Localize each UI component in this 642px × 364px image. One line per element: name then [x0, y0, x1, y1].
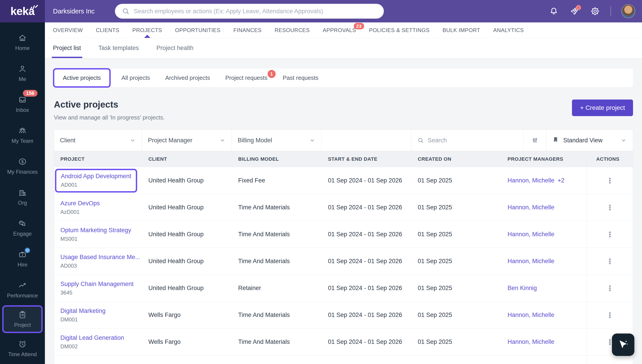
chevron-down-icon — [620, 137, 627, 144]
manager-link[interactable]: Hannon, Michelle — [508, 312, 554, 318]
sidebar-item-hire[interactable]: Hire — [0, 244, 45, 274]
manager-link[interactable]: Hannon, Michelle — [508, 258, 554, 264]
column-header-created-on: CREATED ON — [411, 156, 501, 162]
chevron-down-icon — [219, 137, 226, 144]
project-manager-filter-dropdown[interactable]: Project Manager — [142, 130, 232, 151]
nav-tab-clients[interactable]: CLIENTS — [96, 22, 119, 38]
project-link[interactable]: Android App Development — [61, 173, 131, 180]
sidebar-item-inbox[interactable]: 156Inbox — [0, 89, 45, 120]
view-tab-project-requests[interactable]: Project requests1 — [218, 74, 275, 81]
cell-created-on: 01 Sep 2025 — [411, 338, 501, 346]
column-header-client: CLIENT — [142, 156, 232, 162]
manager-link[interactable]: Hannon, Michelle — [508, 177, 554, 184]
cell-project-managers: Hannon, Michelle — [501, 258, 586, 265]
projects-table: Client Project Manager Billing Model — [54, 130, 633, 364]
row-actions-kebab-button[interactable] — [603, 282, 617, 295]
nav-tab-bulk-import[interactable]: BULK IMPORT — [443, 22, 480, 38]
project-code: 3645 — [60, 290, 142, 296]
nav-tab-overview[interactable]: OVERVIEW — [53, 22, 83, 38]
cell-project-managers: Hannon, Michelle — [501, 312, 586, 318]
sidebar-item-label: Time Attend — [8, 351, 37, 358]
row-actions-kebab-button[interactable] — [603, 174, 617, 188]
row-actions-kebab-button[interactable] — [603, 201, 617, 214]
view-tab-active-projects[interactable]: Active projects — [53, 68, 111, 88]
nav-tab-label: CLIENTS — [96, 27, 119, 34]
cell-project-managers: Hannon, Michelle — [501, 231, 586, 238]
sidebar-item-engage[interactable]: Engage — [0, 212, 45, 244]
project-link[interactable]: Azure DevOps — [60, 200, 142, 207]
approvals-count-badge: 23 — [354, 23, 364, 29]
subtab-project-health[interactable]: Project health — [156, 38, 193, 58]
client-filter-dropdown[interactable]: Client — [54, 130, 142, 151]
nav-tab-policies-settings[interactable]: POLICIES & SETTINGS — [369, 22, 430, 38]
billing-model-filter-dropdown[interactable]: Billing Model — [232, 130, 322, 151]
project-link[interactable]: Digital Lead Generation — [60, 334, 142, 341]
row-actions-kebab-button[interactable] — [603, 254, 617, 268]
org-icon — [18, 188, 27, 197]
notifications-bell-icon[interactable] — [549, 6, 559, 16]
sidebar-item-my-team[interactable]: My Team — [0, 120, 45, 150]
sidebar-item-project[interactable]: Project — [2, 305, 43, 333]
row-actions-kebab-button[interactable] — [603, 362, 617, 364]
sidebar-item-my-finances[interactable]: $My Finances — [0, 150, 45, 182]
row-actions-kebab-button[interactable] — [603, 228, 617, 241]
managers-more-link[interactable]: +2 — [558, 177, 565, 184]
manager-link[interactable]: Ben Kinnig — [508, 285, 537, 292]
nav-tab-approvals[interactable]: APPROVALS23 — [323, 22, 356, 38]
table-search[interactable] — [411, 130, 524, 151]
subtab-project-list[interactable]: Project list — [53, 38, 81, 58]
cell-project: Digital Lead GenerationDM002 — [54, 334, 142, 350]
nav-tab-resources[interactable]: RESOURCES — [275, 22, 310, 38]
nav-tab-analytics[interactable]: ANALYTICS — [493, 22, 524, 38]
cell-client: United Health Group — [142, 258, 232, 265]
project-link[interactable]: Optum Marketing Strategy — [60, 227, 142, 234]
engage-icon — [18, 219, 27, 228]
manager-link[interactable]: Hannon, Michelle — [508, 231, 554, 238]
column-header-actions: ACTIONS — [586, 151, 633, 167]
nav-tab-finances[interactable]: FINANCES — [234, 22, 262, 38]
cell-billing-model: Time And Materials — [232, 312, 322, 318]
table-search-input[interactable] — [428, 137, 518, 144]
table-header-row: PROJECTCLIENTBILLING MODELSTART & END DA… — [54, 151, 633, 167]
cell-project-managers: Hannon, Michelle — [501, 338, 586, 346]
settings-gear-icon[interactable] — [590, 6, 600, 16]
manager-link[interactable]: Hannon, Michelle — [508, 204, 554, 211]
user-avatar[interactable] — [621, 4, 635, 18]
view-tab-past-requests[interactable]: Past requests — [275, 74, 326, 81]
sidebar-item-home[interactable]: Home — [0, 27, 45, 58]
row-actions-kebab-button[interactable] — [603, 308, 617, 322]
cell-start-end-date: 01 Sep 2024 - 01 Sep 2026 — [322, 258, 411, 265]
view-tab-all-projects[interactable]: All projects — [114, 74, 158, 81]
global-search[interactable] — [115, 4, 384, 18]
project-link[interactable]: Digital Marketing — [60, 308, 142, 314]
cell-project: Supply Chain Management3645 — [54, 280, 142, 296]
cell-project: Digital MarketingDM001 — [54, 308, 142, 323]
whats-new-rocket-icon[interactable] — [569, 6, 580, 16]
table-row: Optum Marketing StrategyMS001United Heal… — [54, 221, 633, 248]
project-link[interactable]: Supply Chain Management — [60, 280, 142, 288]
nav-tab-opportunities[interactable]: OPPORTUNITIES — [175, 22, 221, 38]
notification-dot — [576, 5, 581, 10]
sidebar-item-time-attend[interactable]: Time Attend — [0, 333, 45, 364]
nav-tab-label: BULK IMPORT — [443, 27, 480, 34]
sidebar: HomeMe156InboxMy Team$My FinancesOrgEnga… — [0, 22, 45, 364]
table-row: Digital Lead GenerationDM002Wells FargoT… — [54, 328, 633, 356]
column-settings-button[interactable] — [524, 130, 546, 151]
view-tab-archived-projects[interactable]: Archived projects — [158, 74, 218, 81]
sidebar-item-me[interactable]: Me — [0, 58, 45, 89]
view-selector-dropdown[interactable]: Standard View — [546, 130, 633, 151]
gear-icon — [590, 6, 600, 16]
nav-tab-label: OPPORTUNITIES — [175, 27, 221, 34]
project-link[interactable]: Usage Based Insurance Me... — [60, 254, 142, 261]
create-project-button[interactable]: + Create project — [572, 100, 633, 116]
nav-tab-projects[interactable]: PROJECTS — [132, 22, 162, 38]
sidebar-item-performance[interactable]: Performance — [0, 274, 45, 305]
global-search-input[interactable] — [134, 8, 377, 15]
ai-assistant-button[interactable] — [612, 334, 634, 356]
cell-client: Wells Fargo — [142, 312, 232, 318]
table-body: Android App DevelopmentAD001United Healt… — [54, 167, 633, 364]
manager-link[interactable]: Hannon, Michelle — [508, 338, 554, 345]
keka-logo[interactable]: keka — [0, 0, 45, 22]
sidebar-item-org[interactable]: Org — [0, 182, 45, 212]
subtab-task-templates[interactable]: Task templates — [99, 38, 139, 58]
